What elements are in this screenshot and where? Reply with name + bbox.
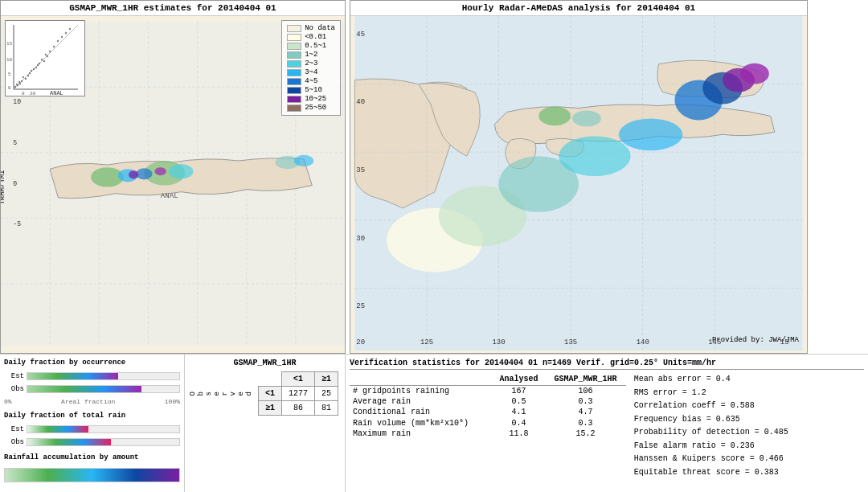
svg-text:10: 10 xyxy=(6,57,13,63)
est-bar-row: Est xyxy=(4,372,180,380)
legend-label-2: 1~2 xyxy=(305,51,317,59)
svg-text:15: 15 xyxy=(6,41,13,47)
legend-color-7 xyxy=(287,96,301,103)
svg-text:135: 135 xyxy=(564,338,577,346)
cell-lt1-lt1: 1277 xyxy=(281,387,314,401)
obs-rain-bar-track xyxy=(27,438,180,446)
stat-line-2: Correlation coeff = 0.588 xyxy=(634,400,864,413)
svg-point-25 xyxy=(39,63,40,64)
rainfall-accum-bar xyxy=(4,468,180,482)
verif-row-label-3: Rain volume (mm*km²x10⁶) xyxy=(350,417,493,428)
verif-row-gsmap-2: 4.7 xyxy=(545,407,626,417)
verif-row-label-1: Average rain xyxy=(350,396,493,407)
svg-text:130: 130 xyxy=(493,338,506,346)
legend-item-3: 2~3 xyxy=(287,59,335,68)
verif-stats-panel: Mean abs error = 0.4RMS error = 1.2Corre… xyxy=(634,373,864,479)
legend-item-nodata: No data xyxy=(287,24,335,32)
contingency-title: GSMAP_MWR_1HR xyxy=(189,359,341,367)
svg-point-12 xyxy=(41,59,43,60)
row-header-gte1: ≥1 xyxy=(258,401,281,416)
est-rain-bar-fill xyxy=(27,426,88,433)
stat-line-0: Mean abs error = 0.4 xyxy=(634,373,864,387)
legend-item-2: 1~2 xyxy=(287,51,335,59)
est-label: Est xyxy=(4,372,24,380)
verif-row-gsmap-1: 0.3 xyxy=(545,396,626,407)
verif-row-label-0: # gridpoints raining xyxy=(350,386,493,397)
svg-point-9 xyxy=(33,68,35,70)
legend-color-3 xyxy=(287,60,301,68)
stat-line-5: False alarm ratio = 0.236 xyxy=(634,440,864,453)
verif-row-gsmap-3: 0.3 xyxy=(545,417,626,428)
svg-point-16 xyxy=(53,46,55,47)
col-gsmap: GSMAP_MWR_1HR xyxy=(545,373,626,386)
svg-text:45: 45 xyxy=(356,31,365,39)
stat-line-1: RMS error = 1.2 xyxy=(634,387,864,400)
obs-bar-row-2: Obs xyxy=(4,438,180,446)
svg-point-83 xyxy=(538,106,571,125)
bottom-left-charts: Daily fraction by occurrence Est Obs 0% … xyxy=(0,355,185,492)
svg-point-56 xyxy=(294,155,313,166)
svg-point-52 xyxy=(169,164,194,178)
chart3-title: Rainfall accumulation by amount xyxy=(4,453,180,461)
legend-label-7: 10~25 xyxy=(305,95,326,103)
col-analysed: Analysed xyxy=(493,373,545,386)
scatter-inset: ANAL 20 15 10 5 0 0 xyxy=(5,20,85,96)
legend-color-nodata xyxy=(287,25,301,32)
legend-item-1: 0.5~1 xyxy=(287,42,335,50)
svg-text:25: 25 xyxy=(356,302,365,310)
svg-point-10 xyxy=(27,75,29,76)
svg-point-19 xyxy=(31,70,32,72)
svg-point-15 xyxy=(49,51,51,52)
verif-row-gsmap-4: 15.2 xyxy=(545,428,626,439)
observed-vertical-label: Observed xyxy=(189,392,253,396)
legend-label-6: 5~10 xyxy=(305,86,322,94)
legend-color-2 xyxy=(287,51,301,59)
stat-line-4: Probability of detection = 0.485 xyxy=(634,426,864,440)
verif-content: Analysed GSMAP_MWR_1HR # gridpoints rain… xyxy=(350,373,864,479)
legend-label-1: 0.5~1 xyxy=(305,42,326,50)
left-map-area: TRMM/TMI xyxy=(1,16,345,351)
svg-point-17 xyxy=(57,40,59,42)
svg-point-11 xyxy=(37,64,39,66)
legend-item-0: <0.01 xyxy=(287,33,335,41)
svg-point-77 xyxy=(559,136,631,176)
est-bar-track xyxy=(27,372,180,380)
bottom-right-stats: Verification statistics for 20140404 01 … xyxy=(346,355,868,492)
verif-title: Verification statistics for 20140404 01 … xyxy=(350,359,864,370)
verif-row-gsmap-0: 106 xyxy=(545,386,626,397)
legend-box: No data <0.01 0.5~1 1~2 xyxy=(281,20,341,116)
svg-text:5: 5 xyxy=(13,139,17,146)
svg-point-14 xyxy=(45,54,47,55)
legend-color-0 xyxy=(287,34,301,41)
col-header-gte1: ≥1 xyxy=(315,372,338,387)
legend-label-nodata: No data xyxy=(305,24,335,32)
right-map-title: Hourly Radar-AMeDAS analysis for 2014040… xyxy=(350,1,807,16)
svg-text:125: 125 xyxy=(420,338,433,346)
obs-bar-track xyxy=(27,385,180,393)
verif-row-analysed-1: 0.5 xyxy=(493,396,545,407)
legend-label-5: 4~5 xyxy=(305,77,317,85)
verif-row-analysed-4: 11.8 xyxy=(493,428,545,439)
legend-label-8: 25~50 xyxy=(305,104,326,112)
svg-text:140: 140 xyxy=(637,338,649,346)
est-label-2: Est xyxy=(4,425,24,433)
legend-item-7: 10~25 xyxy=(287,95,335,103)
svg-text:30: 30 xyxy=(356,235,365,243)
axis-end: 100% xyxy=(165,398,180,405)
svg-point-18 xyxy=(43,60,45,62)
stat-line-6: Hanssen & Kuipers score = 0.466 xyxy=(634,453,864,466)
svg-point-3 xyxy=(21,80,23,82)
legend-label-3: 2~3 xyxy=(305,59,317,68)
svg-point-8 xyxy=(29,72,31,74)
scatter-plot-svg: ANAL 20 15 10 5 0 0 xyxy=(6,21,85,96)
cell-gte1-gte1: 81 xyxy=(315,401,338,416)
cell-gte1-lt1: 86 xyxy=(281,401,314,416)
svg-text:0: 0 xyxy=(8,85,11,91)
svg-point-6 xyxy=(25,78,27,80)
provided-by-label: Provided by: JWA/JMA xyxy=(712,336,799,344)
svg-text:-5: -5 xyxy=(13,221,21,228)
svg-text:0: 0 xyxy=(13,180,17,187)
svg-text:20: 20 xyxy=(356,338,365,346)
verif-table-container: Analysed GSMAP_MWR_1HR # gridpoints rain… xyxy=(350,373,626,479)
svg-point-20 xyxy=(61,36,63,38)
